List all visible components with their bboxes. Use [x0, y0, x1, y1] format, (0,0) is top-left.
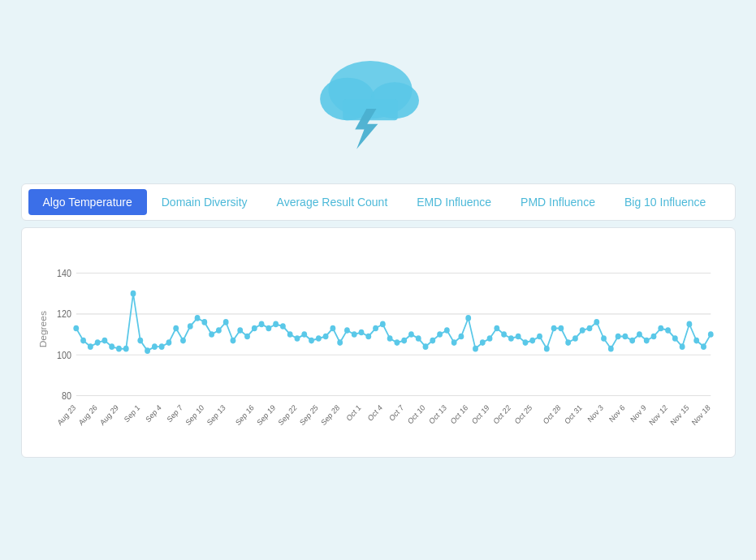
svg-text:Sep 1: Sep 1 — [123, 403, 141, 424]
svg-point-108 — [529, 338, 535, 344]
svg-text:Nov 15: Nov 15 — [668, 403, 689, 427]
svg-point-44 — [73, 325, 79, 332]
svg-point-76 — [301, 331, 307, 338]
svg-text:Oct 25: Oct 25 — [513, 403, 534, 426]
tab-algo-temperature[interactable]: Algo Temperature — [28, 189, 147, 215]
svg-point-69 — [251, 325, 257, 332]
svg-point-97 — [451, 339, 456, 346]
svg-text:Sep 28: Sep 28 — [319, 403, 340, 427]
svg-point-91 — [408, 331, 414, 338]
svg-point-98 — [458, 334, 464, 340]
tab-big-10-influence[interactable]: Big 10 Influence — [610, 189, 720, 215]
svg-point-64 — [215, 327, 221, 334]
svg-text:Oct 19: Oct 19 — [470, 403, 490, 426]
svg-point-55 — [151, 343, 157, 350]
chart-area: 80100120140DegreesAug 23Aug 26Aug 29Sep … — [38, 254, 719, 449]
tab-domain-diversity[interactable]: Domain Diversity — [147, 189, 262, 215]
weather-icon — [305, 32, 435, 162]
svg-text:Sep 13: Sep 13 — [205, 403, 227, 427]
svg-text:Oct 1: Oct 1 — [344, 403, 361, 423]
svg-point-96 — [443, 327, 449, 334]
svg-point-77 — [309, 338, 314, 344]
svg-point-54 — [145, 347, 150, 354]
svg-point-119 — [607, 346, 613, 352]
svg-point-49 — [109, 343, 114, 350]
svg-point-100 — [473, 346, 478, 352]
svg-point-95 — [437, 331, 443, 338]
svg-point-58 — [173, 325, 179, 332]
svg-point-101 — [479, 339, 485, 346]
hero-section — [16, 16, 740, 170]
svg-point-81 — [337, 339, 343, 346]
svg-point-129 — [679, 343, 685, 350]
svg-point-132 — [701, 343, 706, 350]
svg-point-104 — [501, 331, 507, 338]
svg-point-78 — [315, 335, 321, 342]
svg-text:Aug 29: Aug 29 — [98, 403, 119, 427]
svg-point-111 — [551, 325, 556, 332]
tab-emd-influence[interactable]: EMD Influence — [402, 189, 506, 215]
svg-text:Oct 22: Oct 22 — [491, 403, 512, 426]
svg-point-110 — [543, 346, 549, 352]
svg-text:Sep 4: Sep 4 — [144, 403, 162, 424]
svg-point-71 — [266, 325, 271, 332]
svg-text:120: 120 — [57, 309, 71, 320]
svg-text:Oct 13: Oct 13 — [427, 403, 447, 426]
svg-point-66 — [230, 338, 235, 344]
svg-point-123 — [637, 331, 642, 338]
svg-point-105 — [508, 335, 513, 342]
svg-point-125 — [650, 334, 656, 340]
svg-point-53 — [137, 338, 143, 344]
svg-point-127 — [665, 327, 671, 334]
svg-point-63 — [209, 331, 214, 338]
svg-point-73 — [280, 323, 286, 330]
svg-point-56 — [158, 343, 164, 350]
svg-point-62 — [201, 319, 207, 325]
svg-point-118 — [601, 335, 607, 342]
svg-point-47 — [94, 339, 100, 346]
svg-point-94 — [430, 338, 435, 344]
tab-pmd-influence[interactable]: PMD Influence — [506, 189, 610, 215]
svg-point-72 — [273, 321, 279, 328]
svg-point-99 — [465, 315, 471, 321]
svg-text:140: 140 — [57, 268, 71, 278]
svg-point-75 — [294, 335, 300, 342]
svg-point-80 — [330, 325, 335, 332]
svg-point-128 — [672, 335, 677, 342]
svg-point-61 — [194, 315, 200, 321]
svg-point-106 — [515, 334, 521, 340]
svg-text:Oct 4: Oct 4 — [366, 403, 383, 423]
svg-point-133 — [707, 331, 713, 338]
svg-text:Oct 31: Oct 31 — [563, 403, 583, 426]
svg-text:Nov 3: Nov 3 — [586, 403, 605, 424]
svg-text:Sep 25: Sep 25 — [298, 403, 319, 427]
svg-point-124 — [643, 338, 649, 344]
svg-point-89 — [394, 339, 400, 346]
svg-point-84 — [358, 330, 364, 336]
svg-point-115 — [579, 327, 585, 334]
svg-text:Oct 28: Oct 28 — [542, 403, 562, 426]
svg-point-107 — [522, 339, 528, 346]
chart-container: 80100120140DegreesAug 23Aug 26Aug 29Sep … — [21, 227, 736, 458]
svg-point-122 — [629, 338, 635, 344]
svg-text:100: 100 — [57, 350, 71, 360]
svg-text:Nov 12: Nov 12 — [647, 403, 668, 427]
svg-point-50 — [116, 346, 122, 352]
svg-text:80: 80 — [62, 390, 71, 401]
svg-text:Nov 9: Nov 9 — [629, 403, 647, 424]
svg-point-52 — [130, 291, 136, 297]
svg-text:Sep 16: Sep 16 — [234, 403, 255, 427]
svg-text:Sep 22: Sep 22 — [277, 403, 298, 427]
svg-point-60 — [187, 323, 192, 330]
svg-point-93 — [422, 343, 428, 350]
svg-point-103 — [494, 325, 499, 332]
svg-point-92 — [415, 335, 421, 342]
svg-point-82 — [344, 327, 350, 334]
svg-text:Sep 7: Sep 7 — [165, 403, 184, 424]
svg-point-65 — [222, 319, 228, 325]
tab-average-result-count[interactable]: Average Result Count — [262, 189, 403, 215]
svg-point-126 — [658, 325, 663, 332]
svg-point-74 — [287, 331, 292, 338]
svg-point-113 — [565, 339, 571, 346]
svg-text:Nov 18: Nov 18 — [690, 403, 711, 427]
